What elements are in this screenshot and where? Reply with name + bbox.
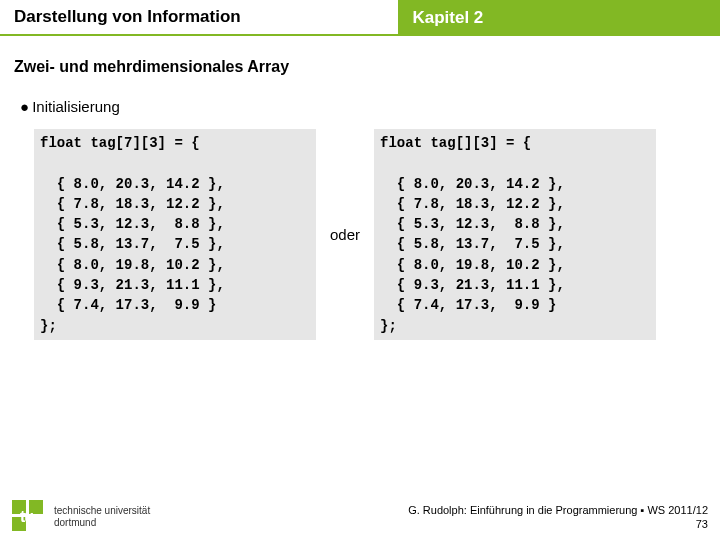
bullet-dot-icon: ● (20, 98, 28, 115)
bullet-label: Initialisierung (32, 98, 120, 115)
slide-header: Darstellung von Information Kapitel 2 (0, 0, 720, 36)
slide-number: 73 (408, 517, 708, 531)
university-name-line1: technische universität (54, 505, 150, 517)
code-block-right: float tag[][3] = { { 8.0, 20.3, 14.2 }, … (374, 129, 656, 340)
tu-logo-text: tu (20, 508, 33, 526)
slide-footer: tu technische universität dortmund G. Ru… (0, 500, 720, 534)
slide-subtitle: Zwei- und mehrdimensionales Array (14, 58, 706, 76)
slide-credits: G. Rudolph: Einführung in die Programmie… (408, 503, 708, 532)
header-chapter: Kapitel 2 (398, 0, 720, 36)
tu-logo-mark-icon: tu (12, 500, 46, 534)
university-name: technische universität dortmund (54, 505, 150, 529)
slide-content: Zwei- und mehrdimensionales Array ● Init… (0, 36, 720, 340)
university-name-line2: dortmund (54, 517, 150, 529)
credits-line1: G. Rudolph: Einführung in die Programmie… (408, 503, 708, 517)
header-left-title: Darstellung von Information (0, 0, 398, 36)
oder-label: oder (326, 226, 364, 243)
bullet-initialisierung: ● Initialisierung (14, 98, 706, 115)
university-logo: tu technische universität dortmund (12, 500, 150, 534)
code-block-left: float tag[7][3] = { { 8.0, 20.3, 14.2 },… (34, 129, 316, 340)
code-row: float tag[7][3] = { { 8.0, 20.3, 14.2 },… (14, 129, 706, 340)
